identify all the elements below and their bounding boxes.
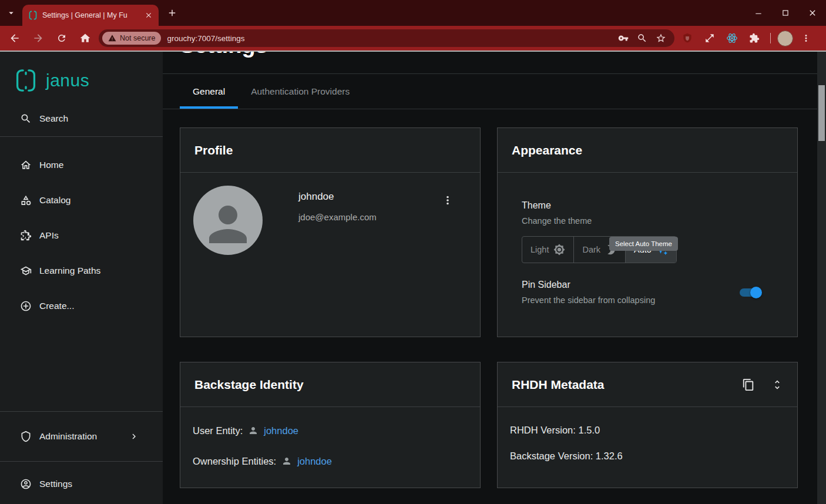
- window-maximize-button[interactable]: [772, 0, 799, 26]
- tab-search-button[interactable]: [2, 4, 20, 22]
- browser-toolbar: Not secure grouchy:7007/settings: [0, 26, 826, 51]
- sidebar-item-label: Learning Paths: [39, 266, 100, 276]
- sidebar-item-label: Create...: [39, 301, 74, 311]
- backstage-version-value: 1.32.6: [596, 451, 623, 461]
- profile-email: jdoe@example.com: [298, 212, 377, 222]
- switch-thumb: [750, 287, 762, 298]
- arrow-forward-icon: [32, 32, 44, 44]
- new-tab-button[interactable]: [163, 4, 181, 22]
- sidebar-item-apis[interactable]: APIs: [0, 218, 163, 253]
- appearance-card-body: Select Auto Theme Theme Change the theme…: [498, 200, 797, 305]
- user-entity-label: User Entity:: [193, 425, 243, 436]
- pin-sidebar-switch[interactable]: [740, 288, 760, 297]
- tab-close-button[interactable]: [145, 11, 153, 19]
- rhdh-metadata-card: RHDH Metadata RHDH Version: 1.5.0: [497, 362, 798, 488]
- tab-label: Authentication Providers: [251, 86, 350, 97]
- forward-button[interactable]: [28, 28, 48, 48]
- appearance-card-header: Appearance: [498, 128, 797, 173]
- appearance-card: Appearance Select Auto Theme Theme Chang…: [497, 127, 798, 337]
- tabs-divider: [163, 109, 826, 109]
- metadata-card-body: RHDH Version: 1.5.0 Backstage Version: 1…: [498, 407, 797, 462]
- reload-icon: [56, 33, 67, 43]
- url-text: grouchy:7007/settings: [167, 34, 244, 43]
- reload-button[interactable]: [52, 28, 72, 48]
- sidebar-item-settings[interactable]: Settings: [0, 466, 163, 502]
- maximize-icon: [781, 9, 790, 17]
- sun-icon: [553, 244, 565, 256]
- tab-favicon-icon: [28, 11, 38, 20]
- plus-icon: [167, 8, 177, 18]
- settings-cards: Profile johndoe jdoe@example.com: [180, 127, 798, 488]
- profile-menu-button[interactable]: [441, 194, 454, 207]
- app-window: janus Search Home Catalog APIs Learning …: [0, 52, 826, 504]
- copy-metadata-button[interactable]: [742, 378, 755, 391]
- user-entity-row: User Entity: johndoe: [193, 424, 466, 438]
- ownership-entities-row: Ownership Entities: johndoe: [193, 454, 466, 468]
- browser-profile-avatar[interactable]: [777, 31, 793, 46]
- sidebar-item-create[interactable]: Create...: [0, 288, 163, 324]
- shield-icon: [20, 431, 32, 442]
- user-entity-link[interactable]: johndoe: [264, 425, 298, 436]
- profile-info: johndoe jdoe@example.com: [298, 186, 377, 255]
- browser-tabstrip: Settings | General | My Fu: [0, 0, 826, 26]
- sidebar-item-label: Search: [39, 113, 68, 124]
- pin-sidebar-row: Pin Sidebar Prevent the sidebar from col…: [522, 280, 768, 305]
- tab-title: Settings | General | My Fu: [42, 11, 140, 19]
- pin-sidebar-description: Prevent the sidebar from collapsing: [522, 295, 655, 305]
- page-title: Settings: [180, 52, 798, 58]
- browser-home-button[interactable]: [75, 28, 95, 48]
- key-icon[interactable]: [618, 33, 629, 43]
- page-scrollbar[interactable]: [817, 52, 826, 504]
- sidebar-item-label: Administration: [39, 431, 97, 442]
- security-chip[interactable]: Not secure: [102, 32, 161, 45]
- search-icon: [20, 113, 32, 125]
- main-content: Settings General Authentication Provider…: [163, 52, 826, 504]
- browser-menu-button[interactable]: [797, 29, 815, 48]
- home-icon: [20, 159, 32, 171]
- sidebar-item-label: Catalog: [39, 195, 70, 206]
- close-icon: [145, 11, 153, 19]
- sidebar-item-administration[interactable]: Administration: [0, 419, 163, 454]
- react-devtools-icon[interactable]: [723, 29, 741, 48]
- identity-card-body: User Entity: johndoe Ownership Entities:…: [180, 407, 480, 468]
- sidebar-spacer: [0, 324, 163, 411]
- address-bar[interactable]: Not secure grouchy:7007/settings: [99, 29, 674, 47]
- chevron-down-icon: [6, 8, 16, 18]
- tab-authentication-providers[interactable]: Authentication Providers: [238, 74, 362, 109]
- sidebar-nav-group: Home Catalog APIs Learning Paths Create.…: [0, 137, 163, 324]
- browser-tab[interactable]: Settings | General | My Fu: [22, 5, 159, 26]
- tab-general[interactable]: General: [180, 74, 238, 109]
- ublock-extension-icon[interactable]: [678, 29, 697, 48]
- theme-light-button[interactable]: Light: [522, 237, 573, 263]
- scrollbar-thumb[interactable]: [818, 85, 825, 141]
- rhdh-version-row: RHDH Version: 1.5.0: [510, 425, 783, 436]
- identity-card-header: Backstage Identity: [180, 362, 480, 407]
- minimize-icon: [754, 8, 763, 18]
- pin-sidebar-text: Pin Sidebar Prevent the sidebar from col…: [522, 280, 655, 305]
- page-tabs: General Authentication Providers: [180, 74, 798, 109]
- rhdh-version-label: RHDH Version:: [510, 425, 576, 435]
- toolbar-separator: [770, 33, 771, 43]
- zoom-icon[interactable]: [637, 33, 647, 43]
- extensions-icon[interactable]: [745, 29, 764, 48]
- sidebar-item-search[interactable]: Search: [0, 105, 163, 133]
- security-label: Not secure: [120, 34, 155, 42]
- back-button[interactable]: [5, 28, 25, 48]
- window-close-button[interactable]: [799, 0, 826, 26]
- sidebar-item-catalog[interactable]: Catalog: [0, 183, 163, 218]
- ownership-entity-link[interactable]: johndoe: [297, 456, 332, 467]
- profile-card-header: Profile: [180, 128, 480, 173]
- sidebar-item-learning-paths[interactable]: Learning Paths: [0, 253, 163, 288]
- fullscreen-icon[interactable]: [700, 29, 719, 48]
- toggle-label: Dark: [582, 245, 600, 254]
- sidebar-item-label: APIs: [39, 230, 59, 241]
- expand-metadata-button[interactable]: [771, 379, 783, 391]
- profile-username: johndoe: [298, 191, 377, 203]
- window-minimize-button[interactable]: [745, 0, 772, 26]
- bookmark-star-icon[interactable]: [656, 33, 666, 43]
- metadata-card-header: RHDH Metadata: [498, 362, 797, 407]
- tab-label: General: [193, 86, 225, 97]
- sidebar-item-home[interactable]: Home: [0, 147, 163, 183]
- sidebar-divider: [0, 461, 163, 462]
- card-title: Backstage Identity: [194, 378, 304, 392]
